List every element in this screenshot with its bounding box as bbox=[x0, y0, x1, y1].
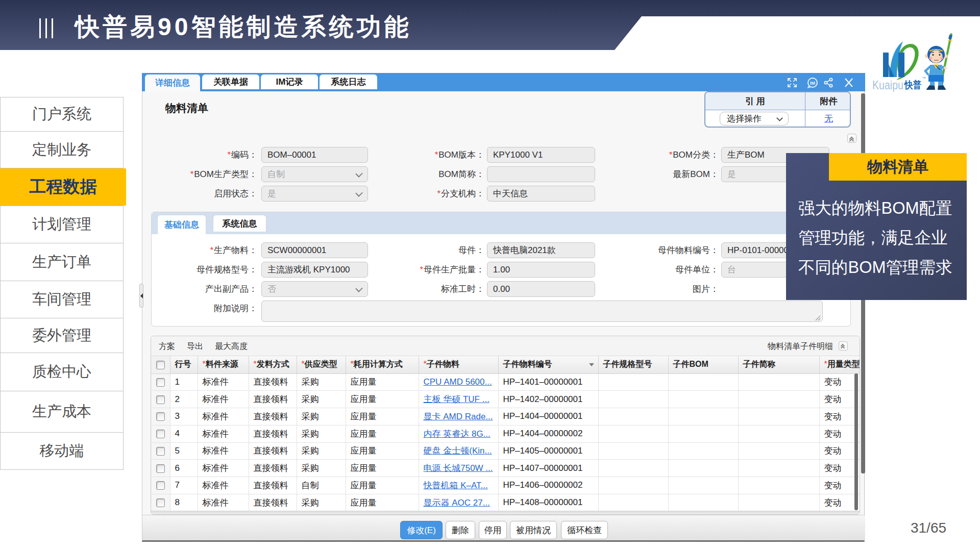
svg-text:™: ™ bbox=[922, 76, 926, 81]
svg-text:快普: 快普 bbox=[903, 79, 921, 90]
svg-text:IM: IM bbox=[810, 81, 815, 86]
svg-text:Kuaipu: Kuaipu bbox=[872, 78, 903, 92]
